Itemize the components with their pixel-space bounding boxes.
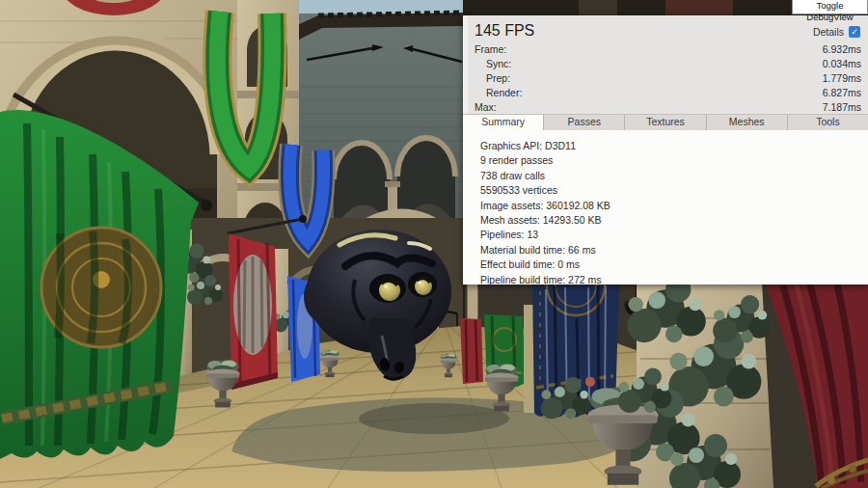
details-label: Details [813,26,844,38]
tab-textures[interactable]: Textures [625,115,706,130]
red-flower [585,377,595,387]
debug-panel: 145 FPS Details ✓ Frame: 6.932ms Sync: 0… [463,15,868,285]
stat-value: 7.187ms [823,100,861,115]
tab-summary[interactable]: Summary [463,115,544,130]
stat-value: 6.932ms [823,42,861,57]
stat-label: Max: [475,100,497,115]
summary-line: Pipeline build time: 272 ms [480,273,868,287]
stat-row-render: Render: 6.827ms [463,86,868,100]
stat-row-frame: Frame: 6.932ms [463,42,868,57]
app-window: 145 FPS Details ✓ Frame: 6.932ms Sync: 0… [0,0,868,488]
stat-value: 6.827ms [823,86,861,100]
stat-label: Sync: [475,57,511,71]
frame-stats: Frame: 6.932ms Sync: 0.034ms Prep: 1.779… [463,42,868,115]
summary-line: Material build time: 66 ms [480,243,868,258]
details-checkbox[interactable]: ✓ [849,26,860,38]
stat-value: 0.034ms [823,57,861,71]
summary-line: Mesh assets: 14293.50 KB [480,213,868,228]
summary-line: 738 draw calls [480,169,868,183]
stat-label: Prep: [475,71,510,86]
fps-counter: 145 FPS [475,22,534,40]
stat-label: Frame: [475,42,506,57]
summary-line: 5590533 vertices [480,183,868,198]
stat-row-sync: Sync: 0.034ms [463,57,868,71]
summary-line: Graphics API: D3D11 [480,139,868,153]
summary-line: 9 render passes [480,153,868,168]
summary-line: Effect build time: 0 ms [480,258,868,272]
tab-meshes[interactable]: Meshes [707,115,788,130]
summary-tab-content: Graphics API: D3D11 9 render passes 738 … [463,130,868,285]
debug-tab-bar: Summary Passes Textures Meshes Tools [463,114,868,131]
mid-red-banner [460,318,483,384]
stat-row-max: Max: 7.187ms [463,100,868,115]
toggle-debugview-button[interactable]: Toggle DebugView [792,0,868,14]
details-toggle[interactable]: Details ✓ [813,26,860,38]
tab-tools[interactable]: Tools [788,115,868,130]
stat-value: 1.779ms [823,71,861,86]
monkey-shadow [359,403,509,434]
tab-passes[interactable]: Passes [544,115,625,130]
stat-label: Render: [475,86,522,100]
stat-row-prep: Prep: 1.779ms [463,71,868,86]
summary-line: Pipelines: 13 [480,228,868,242]
summary-line: Image assets: 360192.08 KB [480,199,868,213]
